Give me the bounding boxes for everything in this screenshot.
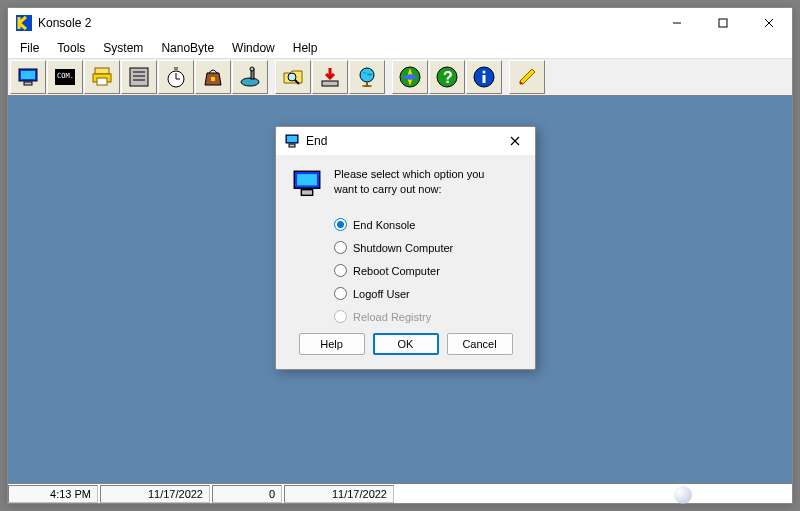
titlebar: Konsole 2: [8, 8, 792, 38]
list-icon[interactable]: [121, 60, 157, 94]
svg-rect-13: [130, 68, 148, 86]
svg-point-35: [483, 71, 486, 74]
monitor-icon: [284, 133, 300, 149]
svg-rect-36: [483, 75, 486, 83]
help-button[interactable]: Help: [299, 333, 365, 355]
folder-search-icon[interactable]: [275, 60, 311, 94]
svg-point-28: [360, 68, 374, 82]
stopwatch-icon[interactable]: [158, 60, 194, 94]
monitor-icon[interactable]: [10, 60, 46, 94]
dialog-prompt: Please select which option you want to c…: [334, 167, 521, 204]
compass-icon[interactable]: [392, 60, 428, 94]
svg-point-30: [362, 85, 372, 87]
dialog-title: End: [306, 134, 501, 148]
radio-dot-icon: [334, 264, 347, 277]
svg-rect-10: [95, 68, 109, 74]
menu-window[interactable]: Window: [224, 39, 283, 57]
svg-rect-27: [322, 81, 338, 86]
svg-rect-12: [97, 78, 107, 85]
radio-label: Reload Registry: [353, 311, 431, 323]
menu-nanobyte[interactable]: NanoByte: [153, 39, 222, 57]
watermark: LO4D.com: [674, 484, 790, 505]
svg-rect-44: [301, 190, 312, 196]
svg-point-25: [288, 73, 296, 81]
menu-help[interactable]: Help: [285, 39, 326, 57]
help-icon[interactable]: ?: [429, 60, 465, 94]
globe-icon[interactable]: [349, 60, 385, 94]
dialog-prompt-line2: want to carry out now:: [334, 183, 442, 195]
menu-system[interactable]: System: [95, 39, 151, 57]
svg-rect-21: [211, 77, 215, 81]
window-controls: [654, 8, 792, 38]
radio-label: End Konsole: [353, 219, 415, 231]
svg-rect-18: [174, 67, 178, 70]
watermark-text: LO4D.com: [696, 484, 790, 505]
radio-dot-icon: [334, 241, 347, 254]
app-icon: [16, 15, 32, 31]
svg-rect-39: [289, 144, 295, 147]
svg-rect-2: [719, 19, 727, 27]
status-date2: 11/17/2022: [284, 485, 394, 503]
status-count: 0: [212, 485, 282, 503]
minimize-button[interactable]: [654, 8, 700, 38]
radio-dot-icon: [334, 287, 347, 300]
svg-rect-6: [21, 71, 35, 79]
radio-label: Shutdown Computer: [353, 242, 453, 254]
toolbar: COM.. ?: [8, 58, 792, 96]
com-console-icon[interactable]: COM..: [47, 60, 83, 94]
radio-logoff[interactable]: Logoff User: [334, 287, 521, 300]
dialog-body: Please select which option you want to c…: [276, 155, 535, 369]
menubar: File Tools System NanoByte Window Help: [8, 38, 792, 58]
printer-icon[interactable]: [84, 60, 120, 94]
pencil-icon[interactable]: [509, 60, 545, 94]
maximize-button[interactable]: [700, 8, 746, 38]
bag-icon[interactable]: [195, 60, 231, 94]
window-title: Konsole 2: [38, 16, 654, 30]
menu-file[interactable]: File: [12, 39, 47, 57]
dialog-close-button[interactable]: [501, 130, 529, 152]
dialog-buttons: Help OK Cancel: [290, 333, 521, 355]
svg-rect-38: [287, 136, 297, 142]
menu-tools[interactable]: Tools: [49, 39, 93, 57]
monitor-icon: [290, 167, 334, 204]
status-time: 4:13 PM: [8, 485, 98, 503]
globe-icon: [674, 486, 692, 504]
radio-dot-icon: [334, 218, 347, 231]
radio-end-konsole[interactable]: End Konsole: [334, 218, 521, 231]
svg-text:COM..: COM..: [57, 72, 77, 80]
info-icon[interactable]: [466, 60, 502, 94]
radio-dot-icon: [334, 310, 347, 323]
download-icon[interactable]: [312, 60, 348, 94]
dialog-prompt-line1: Please select which option you: [334, 168, 484, 180]
svg-point-22: [241, 78, 259, 86]
radio-label: Logoff User: [353, 288, 410, 300]
scanner-icon[interactable]: [232, 60, 268, 94]
radio-reload-registry: Reload Registry: [334, 310, 521, 323]
radio-shutdown[interactable]: Shutdown Computer: [334, 241, 521, 254]
end-dialog: End Please select which option you want …: [275, 126, 536, 370]
svg-rect-43: [297, 174, 317, 185]
radio-reboot[interactable]: Reboot Computer: [334, 264, 521, 277]
radio-label: Reboot Computer: [353, 265, 440, 277]
svg-text:?: ?: [443, 69, 453, 86]
ok-button[interactable]: OK: [373, 333, 439, 355]
status-date1: 11/17/2022: [100, 485, 210, 503]
close-button[interactable]: [746, 8, 792, 38]
cancel-button[interactable]: Cancel: [447, 333, 513, 355]
svg-point-24: [250, 67, 254, 71]
dialog-titlebar: End: [276, 127, 535, 155]
svg-rect-7: [24, 82, 32, 85]
radio-group: End Konsole Shutdown Computer Reboot Com…: [334, 218, 521, 323]
